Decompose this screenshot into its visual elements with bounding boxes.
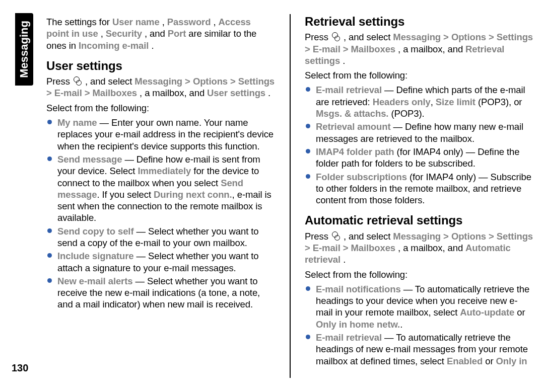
list-item: E-mail notifications — To automatically …	[305, 283, 534, 330]
setting-label: Include signature	[57, 251, 133, 261]
list-item: New e-mail alerts — Select whether you w…	[46, 275, 276, 310]
ref-password: Password	[167, 17, 211, 27]
list-item: E-mail retrieval — Define which parts of…	[305, 84, 534, 119]
nav-user-settings: Press , and select Messaging > Options >…	[46, 75, 276, 99]
heading-automatic-retrieval: Automatic retrieval settings	[305, 213, 534, 228]
user-settings-list: My name — Enter your own name. Your name…	[46, 117, 276, 310]
section-tab: Messaging	[15, 13, 33, 86]
nav-retrieval-settings: Press , and select Messaging > Options >…	[305, 31, 534, 66]
ref-incoming-email: Incoming e-mail	[79, 40, 149, 51]
manual-page: Messaging 130 The settings for User name…	[0, 0, 544, 392]
list-item: IMAP4 folder path (for IMAP4 only) — Def…	[305, 146, 534, 170]
heading-user-settings: User settings	[46, 58, 276, 73]
list-item: Send message — Define how e-mail is sent…	[46, 153, 276, 224]
heading-retrieval-settings: Retrieval settings	[305, 14, 534, 29]
ref-security: Security	[106, 28, 142, 39]
content-columns: The settings for User name , Password , …	[46, 14, 534, 378]
ref-port: Port	[168, 28, 186, 39]
select-from-text: Select from the following:	[305, 69, 534, 81]
setting-label: New e-mail alerts	[57, 276, 132, 286]
column-divider	[290, 14, 291, 378]
list-item: My name — Enter your own name. Your name…	[46, 117, 276, 152]
list-item: Include signature — Select whether you w…	[46, 250, 276, 274]
nav-automatic-retrieval: Press , and select Messaging > Options >…	[305, 230, 534, 266]
list-item: Retrieval amount — Define how many new e…	[305, 121, 534, 144]
left-column: The settings for User name , Password , …	[46, 14, 276, 378]
menu-key-icon	[332, 231, 340, 241]
setting-label: E-mail retrieval	[316, 332, 382, 343]
menu-key-icon	[332, 32, 340, 41]
retrieval-settings-list: E-mail retrieval — Define which parts of…	[305, 84, 534, 206]
intro-paragraph: The settings for User name , Password , …	[46, 16, 276, 51]
setting-label: E-mail notifications	[316, 284, 401, 294]
section-tab-label: Messaging	[18, 21, 31, 78]
list-item: Folder subscriptions (for IMAP4 only) — …	[305, 171, 534, 206]
list-item: Send copy to self — Select whether you w…	[46, 225, 276, 249]
list-item: E-mail retrieval — To automatically retr…	[305, 332, 534, 367]
select-from-text: Select from the following:	[305, 269, 534, 280]
setting-label: Send copy to self	[57, 226, 133, 237]
setting-label: E-mail retrieval	[316, 85, 382, 95]
setting-label: Send message	[57, 154, 122, 165]
automatic-retrieval-list: E-mail notifications — To automatically …	[305, 283, 534, 367]
setting-label: My name	[57, 117, 97, 128]
page-number: 130	[12, 362, 28, 374]
setting-label: Folder subscriptions	[316, 172, 407, 182]
setting-label: Retrieval amount	[316, 121, 391, 132]
select-from-text: Select from the following:	[46, 102, 276, 114]
menu-key-icon	[74, 76, 82, 86]
right-column: Retrieval settings Press , and select Me…	[305, 14, 534, 378]
setting-label: IMAP4 folder path	[316, 146, 394, 157]
ref-user-name: User name	[112, 17, 160, 27]
